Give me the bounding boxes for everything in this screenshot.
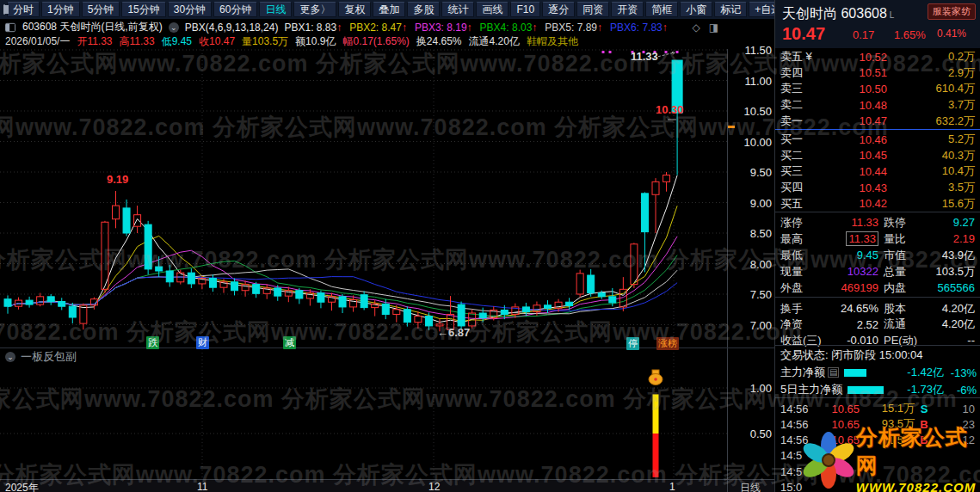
book-cell: 10.52 <box>825 51 887 64</box>
book-cell: 10.50 <box>825 83 887 95</box>
stat-cell: 9.45 <box>822 249 878 261</box>
book-cell: 买四 <box>780 180 825 195</box>
time-tick-label: 1 <box>669 481 675 492</box>
stat-cell: 43.9亿 <box>921 248 975 263</box>
tick-cell: 15.1万 <box>860 401 915 416</box>
divider <box>775 345 980 346</box>
price-tick-label: 9.50 <box>729 166 772 179</box>
book-cell: 10.47 <box>825 114 887 127</box>
price-change: 0.17 <box>853 28 874 41</box>
ask-row[interactable]: 卖一10.47632.2万 <box>775 114 980 129</box>
price-tick-label: 11.00 <box>729 75 772 88</box>
bid-ask-divider <box>775 129 980 130</box>
flow-label: 主力净额 <box>780 365 825 380</box>
price-annotation: ←6.87 <box>437 326 470 339</box>
stat-cell: 量比 <box>878 231 921 247</box>
money-bag-icon <box>649 370 663 385</box>
trading-status: 交易状态: 闭市阶段 15:00:04 <box>780 347 922 363</box>
stat-row: 收益(三)-0.010PE(动)-- <box>775 332 980 348</box>
stat-cell: 最高 <box>780 231 822 247</box>
bid-row[interactable]: 买五10.4215.6万 <box>775 196 980 212</box>
stat-cell: 4.20亿 <box>921 301 975 317</box>
time-tick-label: 12 <box>428 481 440 492</box>
event-marker-跌[interactable]: 跌 <box>146 336 159 349</box>
logo-site-name: 分析家公式网 <box>856 423 980 480</box>
bid-row[interactable]: 买四10.433.5万 <box>775 180 980 195</box>
price-tick-label: 9.00 <box>729 197 772 210</box>
flow-value: -1.73亿 <box>907 382 944 397</box>
book-cell: 卖四 <box>780 65 825 81</box>
stat-cell: 涨停 <box>780 215 822 231</box>
site-logo-watermark: 分析家公式网 WWW.70822.COM <box>798 425 980 492</box>
sub-indicator-name: 一板反包副 <box>21 349 77 365</box>
industry-badge[interactable]: 服装家纺 <box>928 3 976 20</box>
stat-cell: 11.33 <box>822 232 878 245</box>
event-marker-停[interactable]: 停 <box>626 337 639 350</box>
book-cell: 买一 <box>780 132 825 147</box>
tick-cell: 10 <box>934 403 975 415</box>
sub-tick-label: 0.50 <box>729 427 772 440</box>
book-cell: 10.43 <box>825 181 887 194</box>
bid-row[interactable]: 买三10.4410.4万 <box>775 163 980 179</box>
ask-row[interactable]: 卖五 ¥10.520.2万 <box>775 49 980 65</box>
stat-cell: 股本 <box>878 301 921 317</box>
tick-cell: 14:56 <box>780 403 815 415</box>
sub-indicator-header: ⌄ 一板反包副 <box>0 349 732 365</box>
book-cell: 2.9万 <box>887 65 975 81</box>
book-cell: 3.5万 <box>887 180 975 195</box>
price-tick-label: 11.50 <box>729 44 772 57</box>
logo-site-url: WWW.70822.COM <box>856 480 980 492</box>
book-cell: 40.3万 <box>887 148 975 163</box>
stat-cell: 内盘 <box>878 280 921 296</box>
price-annotation: 11.33 <box>631 50 658 63</box>
book-cell: 3.7万 <box>887 97 975 113</box>
period-label[interactable]: 日线 <box>728 481 773 492</box>
sub-tick-label: 1.00 <box>729 382 772 395</box>
ask-row[interactable]: 卖二10.483.7万 <box>775 97 980 113</box>
stat-row: 最低9.45市值43.9亿 <box>775 247 980 263</box>
stat-row: 现量10322总量103.5万 <box>775 263 980 280</box>
book-cell: 610.4万 <box>887 81 975 96</box>
stat-cell: 469199 <box>822 281 878 294</box>
flow-pct: -13% <box>944 366 977 379</box>
tick-cell: S <box>915 403 934 415</box>
time-tick-label: 2025年 <box>5 481 39 492</box>
stat-row: 外盘469199内盘565566 <box>775 280 980 296</box>
stat-row: 净资2.52流通4.20亿 <box>775 317 980 333</box>
divider <box>775 297 980 298</box>
ask-row[interactable]: 卖四10.512.9万 <box>775 65 980 81</box>
bid-row[interactable]: 买一10.465.2万 <box>775 132 980 147</box>
price-change-pct: 1.65% <box>894 28 926 41</box>
event-marker-涨榜[interactable]: 涨榜 <box>656 337 679 350</box>
stat-cell: 市值 <box>878 248 921 263</box>
stat-cell: 换手 <box>780 301 822 317</box>
stat-cell: 外盘 <box>780 280 822 296</box>
main-chart-canvas[interactable] <box>0 0 727 492</box>
book-cell: 10.51 <box>825 66 887 79</box>
ask-row[interactable]: 卖三10.50610.4万 <box>775 81 980 96</box>
stat-cell: 流通 <box>878 317 921 332</box>
list-icon[interactable]: ▤ <box>828 367 839 378</box>
flower-logo-icon <box>798 427 854 490</box>
stat-row: 最高11.33量比2.19 <box>775 231 980 247</box>
book-cell: 10.4万 <box>887 163 975 179</box>
stat-cell: 10322 <box>822 265 878 278</box>
stat-cell: 11.33 <box>822 216 878 229</box>
tick-row[interactable]: 14:5610.6515.1万S10 <box>775 401 980 416</box>
book-cell: 10.46 <box>825 133 887 146</box>
flow-bar <box>847 386 884 394</box>
bid-row[interactable]: 买二10.4540.3万 <box>775 148 980 163</box>
book-cell: 卖一 <box>780 114 825 129</box>
stat-cell: 最低 <box>780 248 822 263</box>
flow-pct: -6% <box>944 384 977 397</box>
quote-panel-header: 天创时尚 603608L 服装家纺 0.41% 10.47 0.17 1.65% <box>775 0 980 48</box>
collapse-subpanel-icon[interactable]: ⌄ <box>5 352 15 362</box>
money-flow-row: 主力净额▤-1.42亿-13% <box>780 365 977 380</box>
event-marker-减[interactable]: 减 <box>283 336 296 349</box>
stat-cell: 净资 <box>780 317 822 332</box>
stat-cell: 总量 <box>878 264 921 280</box>
book-cell: 卖五 ¥ <box>780 49 825 65</box>
stock-trading-terminal: 分时1分钟5分钟15分钟30分钟60分钟日线更多〉复权叠加多股统计画线F10逐分… <box>0 0 980 492</box>
event-marker-财[interactable]: 财 <box>196 336 209 349</box>
book-cell: 5.2万 <box>887 132 975 147</box>
